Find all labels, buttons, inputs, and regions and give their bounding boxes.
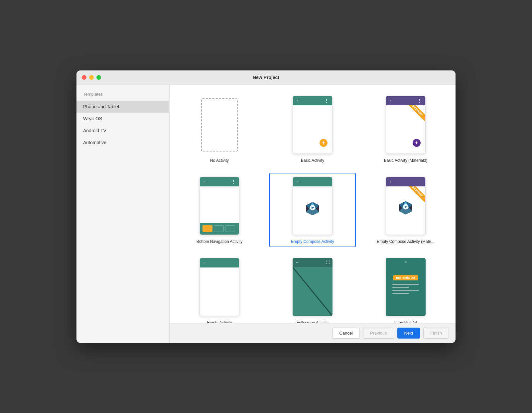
fullscreen-mockup: ← ⛶	[293, 258, 332, 316]
sidebar: Templates Phone and Tablet Wear OS Andro…	[76, 85, 170, 343]
sidebar-item-phone-tablet[interactable]: Phone and Tablet	[76, 101, 169, 113]
template-empty-activity-preview: ←	[196, 257, 243, 317]
template-interstitial-ad-label: Interstitial Ad	[394, 320, 417, 323]
empty-activity-header: ←	[200, 258, 239, 267]
back-arrow-fs-icon: ←	[295, 260, 299, 265]
ad-content-lines	[392, 284, 419, 296]
bottom-nav-bar	[200, 223, 239, 235]
template-empty-compose-label: Empty Compose Activity	[291, 239, 334, 244]
dots-menu-bn-icon: ⋮	[231, 179, 236, 184]
back-arrow-ea-icon: ←	[202, 260, 208, 266]
template-interstitial-ad[interactable]: Interstitial Ad Interstitial Ad	[362, 254, 449, 323]
template-empty-compose[interactable]: ←	[269, 173, 356, 247]
sidebar-item-android-tv[interactable]: Android TV	[76, 125, 169, 137]
finish-button[interactable]: Finish	[423, 328, 449, 339]
interstitial-ad-badge: Interstitial Ad	[393, 275, 418, 280]
fab-m3-icon: +	[413, 139, 421, 147]
bottom-nav-tab-1	[202, 225, 212, 232]
empty-compose-body	[293, 186, 332, 235]
template-empty-activity-label: Empty Activity	[207, 320, 232, 323]
ad-line-3	[392, 290, 419, 291]
diagonal-content	[293, 267, 332, 316]
template-empty-compose-mate-preview: ← PREVIEW	[382, 176, 429, 236]
fullscreen-header: ← ⛶	[293, 258, 332, 267]
back-arrow-ec-icon: ←	[296, 179, 301, 185]
template-empty-compose-mate-label: Empty Compose Activity (Mate...	[377, 239, 434, 244]
dots-menu-m3-icon: ⋮	[417, 98, 423, 103]
preview-badge-ecm-label: PREVIEW	[409, 186, 425, 202]
empty-compose-mate-header: ←	[386, 177, 425, 186]
empty-activity-mockup: ←	[200, 258, 239, 316]
compose-logo	[304, 200, 321, 217]
template-no-activity-preview	[196, 95, 243, 155]
template-basic-activity-label: Basic Activity	[301, 158, 324, 163]
template-bottom-nav[interactable]: ← ⋮ Bottom Nav	[176, 173, 263, 247]
next-button[interactable]: Next	[397, 328, 420, 339]
basic-activity-m3-body: PREVIEW +	[386, 105, 425, 154]
titlebar: New Project	[76, 70, 456, 85]
footer: Cancel Previous Next Finish	[170, 323, 456, 343]
basic-activity-m3-header: ← ⋮	[386, 96, 425, 105]
template-interstitial-ad-preview: Interstitial Ad	[382, 257, 429, 317]
minimize-button[interactable]	[89, 75, 94, 80]
empty-compose-mate-body: PREVIEW	[386, 186, 425, 235]
empty-compose-mate-mockup: ← PREVIEW	[386, 177, 426, 235]
template-bottom-nav-preview: ← ⋮	[196, 176, 243, 236]
template-basic-activity-m3-preview: ← ⋮ PREVIEW +	[382, 95, 429, 155]
template-no-activity[interactable]: No Activity	[176, 92, 263, 166]
bottom-nav-tab-2	[214, 225, 224, 232]
template-basic-activity-preview: ← ⋮ +	[289, 95, 336, 155]
empty-compose-header: ←	[293, 177, 332, 186]
no-activity-mockup	[201, 98, 238, 152]
close-button[interactable]	[82, 75, 86, 80]
back-arrow-m3-icon: ←	[389, 98, 394, 104]
back-arrow-bn-icon: ←	[202, 179, 208, 185]
preview-badge-label: PREVIEW	[409, 105, 425, 121]
bottom-nav-tab-3	[225, 225, 235, 232]
preview-badge: PREVIEW	[409, 105, 425, 122]
sidebar-item-wear-os[interactable]: Wear OS	[76, 113, 169, 125]
bottom-nav-header: ← ⋮	[200, 177, 239, 186]
basic-activity-m3-mockup: ← ⋮ PREVIEW +	[386, 96, 426, 154]
back-arrow-icon: ←	[296, 98, 301, 104]
svg-line-12	[293, 267, 332, 316]
template-fullscreen[interactable]: ← ⛶ Fullscreen Activity	[269, 254, 356, 323]
template-basic-activity-m3-label: Basic Activity (Material3)	[384, 158, 428, 163]
bottom-nav-mockup: ← ⋮	[200, 177, 239, 235]
main-content: No Activity ← ⋮ +	[170, 85, 456, 343]
fab-icon: +	[320, 139, 328, 147]
ad-line-1	[392, 284, 419, 285]
template-fullscreen-label: Fullscreen Activity	[297, 320, 329, 323]
new-project-window: New Project Templates Phone and Tablet W…	[76, 70, 456, 343]
bottom-nav-body	[200, 186, 239, 235]
basic-activity-body: +	[293, 105, 332, 154]
templates-grid: No Activity ← ⋮ +	[170, 85, 456, 323]
template-bottom-nav-label: Bottom Navigation Activity	[197, 239, 243, 244]
ad-line-4	[392, 293, 409, 294]
template-basic-activity[interactable]: ← ⋮ + Basic Activity	[269, 92, 356, 166]
template-empty-compose-preview: ←	[289, 176, 336, 236]
empty-activity-body	[200, 267, 239, 316]
expand-icon: ⛶	[326, 260, 330, 265]
template-empty-compose-mate[interactable]: ← PREVIEW	[362, 173, 449, 247]
basic-activity-header: ← ⋮	[293, 96, 332, 105]
template-empty-activity[interactable]: ← Empty Activity	[176, 254, 263, 323]
basic-activity-mockup: ← ⋮ +	[293, 96, 332, 154]
content-area: Templates Phone and Tablet Wear OS Andro…	[76, 85, 456, 343]
maximize-button[interactable]	[96, 75, 101, 80]
preview-badge-ecm: PREVIEW	[409, 186, 425, 203]
previous-button[interactable]: Previous	[363, 328, 394, 339]
window-title: New Project	[253, 75, 279, 80]
sidebar-item-automotive[interactable]: Automotive	[76, 137, 169, 149]
interstitial-mockup: Interstitial Ad	[386, 258, 426, 316]
sidebar-title: Templates	[76, 92, 169, 101]
template-fullscreen-preview: ← ⛶	[289, 257, 336, 317]
empty-compose-mockup: ←	[293, 177, 332, 235]
cancel-button[interactable]: Cancel	[332, 328, 360, 339]
back-arrow-ecm-icon: ←	[389, 179, 394, 185]
template-basic-activity-m3[interactable]: ← ⋮ PREVIEW + Basic Activity (Materia	[362, 92, 449, 166]
ad-line-2	[392, 287, 409, 288]
template-no-activity-label: No Activity	[210, 158, 229, 163]
dots-menu-icon: ⋮	[324, 98, 330, 103]
tablet-camera-icon	[405, 261, 407, 263]
